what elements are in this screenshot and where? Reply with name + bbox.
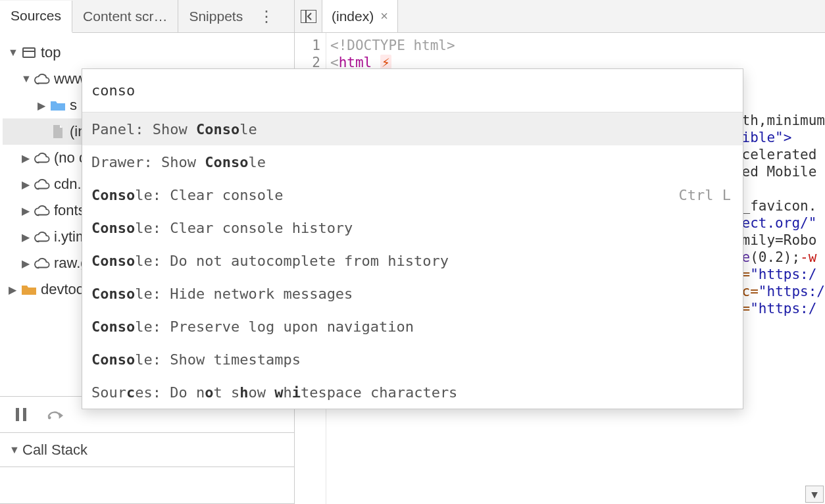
command-menu-item[interactable]: Console: Show timestamps — [82, 343, 743, 376]
call-stack-section[interactable]: ▼ Call Stack — [0, 433, 294, 467]
svg-rect-4 — [301, 10, 306, 23]
command-menu: Panel: Show ConsoleDrawer: Show ConsoleC… — [82, 68, 743, 409]
chevron-right-icon: ▶ — [21, 205, 30, 217]
scroll-down-icon[interactable]: ▼ — [805, 486, 824, 503]
tab-sources[interactable]: Sources — [0, 1, 72, 33]
cloud-icon — [34, 255, 50, 271]
cloud-icon — [34, 203, 50, 218]
command-menu-item[interactable]: Sources: Do not show whitespace characte… — [82, 376, 743, 409]
tree-item[interactable]: ▼top — [3, 39, 291, 66]
chevron-right-icon: ▶ — [8, 284, 17, 296]
keyboard-shortcut: Ctrl L — [679, 187, 731, 203]
command-menu-item[interactable]: Console: Hide network messages — [82, 277, 743, 310]
partial-code-overflow: dth,minimumtible">cceleratedted Mobile>p… — [734, 112, 825, 317]
file-icon — [50, 124, 66, 139]
chevron-right-icon: ▶ — [37, 99, 46, 112]
chevron-right-icon: ▶ — [21, 178, 30, 191]
editor-tabbar: (index) × — [295, 0, 825, 33]
svg-rect-1 — [23, 408, 26, 421]
chevron-down-icon: ▼ — [21, 73, 30, 85]
editor-tab-index[interactable]: (index) × — [322, 0, 398, 32]
svg-rect-0 — [16, 408, 19, 421]
command-menu-item[interactable]: Drawer: Show Console — [82, 145, 743, 178]
frame-icon — [21, 45, 37, 61]
svg-point-2 — [48, 416, 51, 419]
toggle-navigator-icon[interactable] — [295, 0, 322, 32]
tree-item-label: top — [41, 44, 61, 61]
call-stack-label: Call Stack — [22, 441, 88, 459]
pause-icon[interactable] — [13, 407, 29, 422]
command-menu-item[interactable]: Console: Clear console history — [82, 211, 743, 244]
sources-tabbar: Sources Content scr… Snippets ⋮ — [0, 0, 294, 33]
command-menu-input[interactable] — [91, 82, 728, 99]
command-menu-item[interactable]: Console: Preserve log upon navigation — [82, 310, 743, 343]
cloud-icon — [34, 176, 50, 192]
cloud-icon — [34, 150, 50, 166]
folder-icon — [50, 97, 66, 113]
tab-snippets[interactable]: Snippets — [178, 0, 253, 32]
command-menu-item[interactable]: Console: Do not autocomplete from histor… — [82, 244, 743, 277]
command-menu-item[interactable]: Panel: Show Console — [82, 113, 743, 145]
cloud-icon — [34, 71, 50, 87]
tree-item-label: s — [70, 97, 77, 114]
chevron-down-icon: ▼ — [8, 47, 17, 59]
chevron-right-icon: ▶ — [21, 257, 30, 270]
command-menu-list: Panel: Show ConsoleDrawer: Show ConsoleC… — [82, 113, 743, 409]
step-over-icon[interactable] — [47, 407, 63, 422]
chevron-right-icon: ▶ — [21, 152, 30, 164]
cloud-icon — [34, 229, 50, 245]
chevron-right-icon: ▶ — [21, 231, 30, 243]
more-tabs-icon[interactable]: ⋮ — [253, 7, 280, 26]
editor-tab-label: (index) — [332, 9, 374, 24]
folder-icon — [21, 282, 37, 297]
command-menu-item[interactable]: Console: Clear consoleCtrl L — [82, 178, 743, 211]
close-icon[interactable]: × — [380, 9, 388, 24]
tab-content-scripts[interactable]: Content scr… — [72, 0, 178, 32]
chevron-down-icon: ▼ — [9, 444, 18, 456]
empty-section — [0, 467, 294, 504]
